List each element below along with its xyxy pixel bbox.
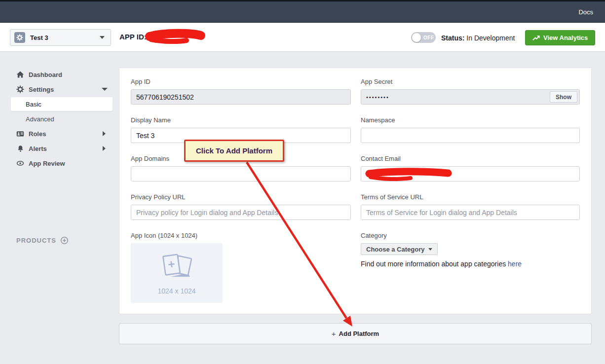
toggle-knob [412,33,421,42]
products-label: PRODUCTS [16,237,56,244]
gear-icon [16,85,24,93]
app-secret-value-field: •••••••• Show [361,89,580,105]
chevron-down-icon [102,88,108,91]
sidebar-item-settings[interactable]: Settings [0,82,118,96]
namespace-label: Namespace [361,116,580,124]
category-label: Category [361,232,580,239]
top-navbar: Docs [0,1,605,23]
sidebar-item-advanced[interactable]: Advanced [0,112,118,126]
privacy-policy-label: Privacy Policy URL [131,193,351,201]
plus-icon: + [332,329,336,338]
terms-of-service-label: Terms of Service URL [361,193,580,201]
masked-secret: •••••••• [366,94,389,100]
sidebar-item-alerts[interactable]: Alerts [0,142,118,155]
field-category: Category Choose a Category Find out more… [361,232,580,268]
trending-up-icon [532,35,540,41]
app-status-text: Status: In Development [441,34,515,42]
photos-upload-icon [157,252,196,282]
sidebar-item-app-review[interactable]: App Review [0,156,118,170]
app-id-value-field: 567706190251502 [131,89,351,105]
chevron-right-icon [103,146,106,151]
status-value: In Development [466,34,515,42]
field-app-id: App ID 567706190251502 [131,78,351,105]
field-privacy-policy: Privacy Policy URL [131,193,351,220]
app-secret-label: App Secret [361,78,580,85]
products-section: PRODUCTS [16,233,69,248]
app-id-field-label: App ID [131,78,351,85]
field-terms-of-service: Terms of Service URL [361,193,580,220]
app-header-bar: Test 3 APP ID: OFF Status: In Developmen… [0,23,605,52]
chevron-down-icon [100,36,105,39]
privacy-policy-input[interactable] [131,205,351,220]
app-icon-label: App Icon (1024 x 1024) [131,232,351,239]
eye-icon [16,159,24,167]
app-id-label: APP ID: [119,33,147,41]
annotation-callout: Click To Add Platform [184,140,284,162]
field-contact-email: Contact Email [361,155,580,182]
app-selector-dropdown[interactable]: Test 3 [10,29,111,46]
basic-settings-panel: App ID 567706190251502 Display Name App … [119,68,592,314]
docs-link[interactable]: Docs [578,8,593,16]
display-name-label: Display Name [131,116,351,124]
field-namespace: Namespace [361,116,580,143]
show-secret-button[interactable]: Show [550,91,577,103]
toggle-state-label: OFF [423,35,434,40]
field-app-icon: App Icon (1024 x 1024) 1024 x 1024 [131,232,351,303]
chevron-right-icon [103,131,106,136]
app-domains-input[interactable] [131,166,351,182]
home-icon [16,71,24,78]
categories-here-link[interactable]: here [508,260,522,268]
sidebar-item-basic[interactable]: Basic [11,97,113,111]
category-helper-text: Find out more information about app cate… [361,260,580,268]
contact-email-input[interactable] [361,166,580,182]
sidebar-item-roles[interactable]: Roles [0,127,118,141]
app-icon-size-text: 1024 x 1024 [157,287,195,295]
terms-of-service-input[interactable] [361,205,580,220]
app-icon-upload-area[interactable]: 1024 x 1024 [131,243,223,303]
status-label: Status: [441,34,464,42]
contact-email-label: Contact Email [361,155,580,162]
add-platform-button[interactable]: + Add Platform [119,323,592,344]
selected-app-name: Test 3 [30,34,48,41]
choose-category-dropdown[interactable]: Choose a Category [361,243,438,255]
field-display-name: Display Name [131,116,351,143]
plus-circle-icon[interactable] [60,236,69,245]
add-platform-label: Add Platform [339,330,379,337]
app-live-toggle[interactable]: OFF [411,32,436,43]
id-badge-icon [16,130,24,138]
field-app-secret: App Secret •••••••• Show [361,78,580,105]
namespace-input[interactable] [361,128,580,143]
view-analytics-button[interactable]: View Analytics [525,30,595,45]
sidebar-nav: Dashboard Settings Basic [0,52,118,364]
sidebar-item-dashboard[interactable]: Dashboard [0,68,118,81]
bell-icon [16,145,24,152]
view-analytics-label: View Analytics [543,34,588,41]
chevron-down-icon [428,248,432,251]
app-avatar-gear-icon [14,32,25,43]
